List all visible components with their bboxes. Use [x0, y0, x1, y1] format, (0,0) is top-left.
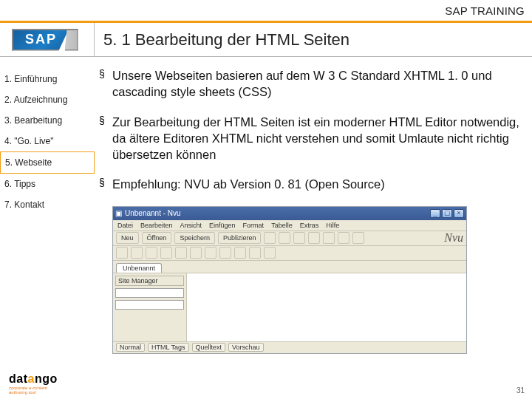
- toolbar-icon[interactable]: [352, 232, 364, 244]
- format-icon[interactable]: [264, 247, 276, 259]
- bullet-icon: §: [99, 114, 112, 163]
- menu-table[interactable]: Tabelle: [271, 222, 293, 229]
- mode-normal-button[interactable]: Normal: [116, 343, 145, 352]
- mode-preview-button[interactable]: Vorschau: [228, 343, 264, 352]
- editor-app-icon: ▣: [115, 209, 122, 217]
- sidebar-item-4[interactable]: 4. "Go. Live": [0, 131, 95, 151]
- sap-logo-text: SAP: [12, 29, 69, 51]
- toolbar-publish-button[interactable]: Publizieren: [218, 232, 262, 244]
- bullet-1-text: Unsere Webseiten basieren auf dem W 3 C …: [112, 67, 520, 100]
- toolbar-save-button[interactable]: Speichern: [174, 232, 215, 244]
- format-icon[interactable]: [190, 247, 202, 259]
- logo-part-3: ngo: [35, 372, 58, 385]
- bullet-icon: §: [99, 176, 112, 192]
- side-panel-input[interactable]: [115, 300, 184, 310]
- sidebar-item-3[interactable]: 3. Bearbeitung: [0, 110, 95, 131]
- format-icon[interactable]: [175, 247, 187, 259]
- side-panel-input[interactable]: [115, 288, 184, 298]
- editor-title: Unbenannt - Nvu: [125, 209, 181, 217]
- toolbar-new-button[interactable]: Neu: [116, 232, 139, 244]
- editor-doc-tabs: Unbenannt: [113, 261, 466, 273]
- format-icon[interactable]: [234, 247, 246, 259]
- bullet-1: § Unsere Webseiten basieren auf dem W 3 …: [99, 67, 520, 100]
- logo-tagline-2: authoring tool: [9, 390, 75, 395]
- header-row: SAP 5. 1 Bearbeitung der HTML Seiten: [0, 23, 532, 57]
- toolbar-icon[interactable]: [293, 232, 305, 244]
- top-bar: SAP TRAINING: [0, 0, 532, 21]
- menu-view[interactable]: Ansicht: [180, 222, 202, 229]
- bullet-3: § Empfehlung: NVU ab Version 0. 81 (Open…: [99, 176, 520, 192]
- menu-edit[interactable]: Bearbeiten: [140, 222, 173, 229]
- menu-insert[interactable]: Einfügen: [209, 222, 236, 229]
- editor-canvas[interactable]: [187, 273, 466, 341]
- format-icon[interactable]: [116, 247, 128, 259]
- maximize-icon[interactable]: ▢: [442, 209, 452, 218]
- toolbar-icon[interactable]: [338, 232, 349, 244]
- format-icon[interactable]: [205, 247, 216, 259]
- menu-format[interactable]: Format: [243, 222, 265, 229]
- content-area: § Unsere Webseiten basieren auf dem W 3 …: [95, 57, 532, 399]
- editor-side-panel: Site Manager: [113, 273, 187, 341]
- sidebar-item-1[interactable]: 1. Einführung: [0, 69, 95, 89]
- sidebar: 1. Einführung 2. Aufzeichnung 3. Bearbei…: [0, 57, 95, 399]
- bullet-icon: §: [99, 67, 112, 100]
- datango-logo: datango corporate e-content authoring to…: [9, 372, 75, 395]
- close-icon[interactable]: ×: [454, 209, 464, 218]
- toolbar-open-button[interactable]: Öffnen: [142, 232, 172, 244]
- sidebar-item-6[interactable]: 6. Tipps: [0, 174, 95, 194]
- editor-tab[interactable]: Unbenannt: [116, 263, 162, 273]
- nvu-brand-icon: Nvu: [444, 231, 463, 245]
- format-icon[interactable]: [219, 247, 231, 259]
- editor-menubar: Datei Bearbeiten Ansicht Einfügen Format…: [113, 220, 466, 231]
- app-title: SAP TRAINING: [445, 4, 525, 17]
- toolbar-icon[interactable]: [279, 232, 290, 244]
- page-number: 31: [516, 386, 525, 395]
- toolbar-icon[interactable]: [308, 232, 320, 244]
- menu-help[interactable]: Hilfe: [326, 222, 339, 229]
- logo-part-1: dat: [9, 372, 28, 385]
- sidebar-item-2[interactable]: 2. Aufzeichnung: [0, 89, 95, 110]
- bullet-3-text: Empfehlung: NVU ab Version 0. 81 (Open S…: [112, 176, 385, 192]
- menu-tools[interactable]: Extras: [300, 222, 319, 229]
- side-panel-title: Site Manager: [115, 276, 184, 286]
- bullet-2: § Zur Bearbeitung der HTML Seiten ist ei…: [99, 114, 520, 163]
- editor-toolbar-format: [113, 246, 466, 261]
- sidebar-item-5[interactable]: 5. Webseite: [0, 151, 95, 174]
- editor-statusbar: Normal HTML Tags Quelltext Vorschau: [113, 341, 466, 353]
- minimize-icon[interactable]: _: [430, 209, 440, 218]
- format-icon[interactable]: [131, 247, 143, 259]
- toolbar-icon[interactable]: [323, 232, 335, 244]
- toolbar-icon[interactable]: [264, 232, 276, 244]
- format-icon[interactable]: [146, 247, 157, 259]
- format-icon[interactable]: [249, 247, 261, 259]
- mode-htmltags-button[interactable]: HTML Tags: [148, 343, 189, 352]
- logo-part-2: a: [28, 372, 35, 385]
- editor-toolbar-main: Neu Öffnen Speichern Publizieren Nvu: [113, 231, 466, 246]
- sidebar-item-7[interactable]: 7. Kontakt: [0, 194, 95, 215]
- page-title: 5. 1 Bearbeitung der HTML Seiten: [103, 30, 349, 50]
- sap-logo: SAP: [0, 23, 95, 56]
- bullet-2-text: Zur Bearbeitung der HTML Seiten ist ein …: [112, 114, 520, 163]
- format-icon[interactable]: [160, 247, 172, 259]
- nvu-editor-screenshot: ▣ Unbenannt - Nvu _ ▢ × Datei Bearbeiten…: [112, 206, 467, 354]
- menu-file[interactable]: Datei: [117, 222, 133, 229]
- mode-source-button[interactable]: Quelltext: [192, 343, 226, 352]
- editor-titlebar: ▣ Unbenannt - Nvu _ ▢ ×: [113, 207, 466, 220]
